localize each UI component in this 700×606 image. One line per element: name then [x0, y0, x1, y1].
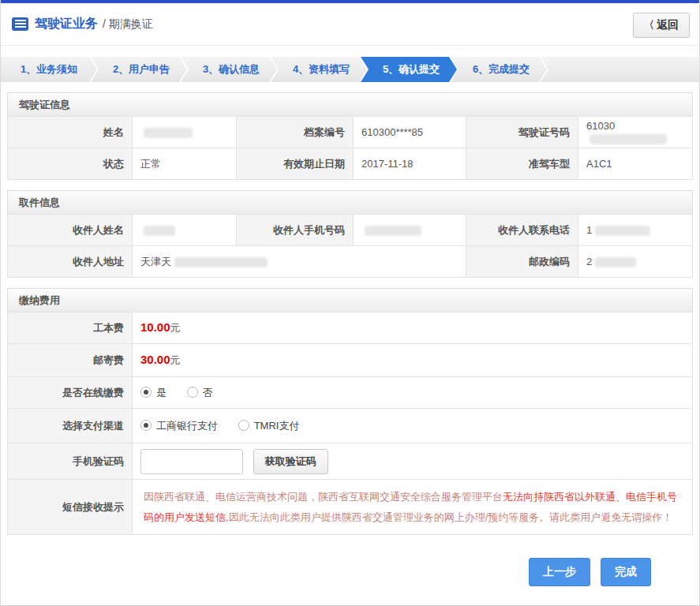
- recipient-address-visible: 天津天: [140, 256, 171, 267]
- postal-code-value: 2: [578, 246, 693, 278]
- radio-online-yes[interactable]: [140, 387, 152, 398]
- recipient-phone-visible: 1: [586, 224, 592, 236]
- done-button[interactable]: 完成: [601, 558, 651, 586]
- censored-value: [365, 226, 421, 236]
- postage-fee-label: 邮寄费: [8, 344, 133, 377]
- step-3-confirm-info[interactable]: 3、确认信息: [181, 57, 277, 82]
- sms-code-label: 手机验证码: [8, 443, 133, 480]
- step-wizard: 1、业务须知 2、用户申告 3、确认信息 4、资料填写 5、确认提交 6、完成提…: [1, 57, 699, 82]
- license-info-table: 姓名 档案编号 610300****85 驾驶证号码 61030 状态 正常 有…: [7, 116, 693, 180]
- postage-fee-value: 30.00元: [133, 344, 693, 377]
- censored-value: [595, 257, 636, 267]
- sms-code-input[interactable]: [140, 449, 243, 474]
- expiry-label: 有效期止日期: [237, 148, 354, 180]
- table-row: 是否在线缴费 是 否: [8, 377, 693, 409]
- page-title: 驾驶证业务: [35, 16, 98, 32]
- recipient-phone-label: 收件人联系电话: [466, 215, 578, 246]
- table-row: 收件人姓名 收件人手机号码 收件人联系电话 1: [8, 215, 693, 246]
- status-value: 正常: [133, 148, 237, 180]
- table-row: 姓名 档案编号 610300****85 驾驶证号码 61030: [8, 117, 693, 148]
- postage-fee-unit: 元: [170, 354, 181, 366]
- back-button-label: 返回: [657, 18, 679, 31]
- previous-step-button[interactable]: 上一步: [529, 558, 590, 586]
- recipient-address-value: 天津天: [133, 246, 466, 278]
- step-1-business-notes[interactable]: 1、业务须知: [1, 57, 97, 82]
- list-icon: [12, 17, 28, 31]
- recipient-phone-value: 1: [578, 215, 693, 246]
- notice-part-3: 因此无法向此类用户提供陕西省交通管理业务的网上办理/预约等服务。请此类用户避免无…: [229, 511, 673, 523]
- fees-table: 工本费 10.00元 邮寄费 30.00元 是否在线缴费 是 否 选择支付渠道 …: [7, 312, 693, 535]
- pay-channel-label: 选择支付渠道: [8, 409, 133, 443]
- postal-code-label: 邮政编码: [466, 246, 578, 278]
- censored-value: [590, 134, 667, 144]
- pickup-section-title: 取件信息: [7, 190, 693, 214]
- radio-channel-icbc[interactable]: [140, 420, 152, 431]
- recipient-mobile-label: 收件人手机号码: [237, 215, 354, 246]
- step-bar-filler: [541, 57, 699, 82]
- recipient-name-value: [133, 215, 237, 246]
- cost-fee-value: 10.00元: [133, 312, 693, 344]
- license-no-visible: 61030: [586, 120, 615, 132]
- name-label: 姓名: [8, 117, 133, 148]
- radio-online-yes-label[interactable]: 是: [156, 387, 167, 398]
- cost-fee-label: 工本费: [8, 312, 133, 344]
- name-value: [133, 117, 237, 148]
- pay-channel-options: 工商银行支付 TMRI支付: [133, 409, 693, 443]
- recipient-name-label: 收件人姓名: [8, 215, 133, 246]
- fees-section: 缴纳费用 工本费 10.00元 邮寄费 30.00元 是否在线缴费 是 否 选择…: [7, 288, 693, 535]
- sms-code-field-cell: 获取验证码: [133, 443, 693, 480]
- sms-notice-label: 短信接收提示: [8, 480, 133, 535]
- step-4-fill-data[interactable]: 4、资料填写: [271, 57, 367, 82]
- pickup-info-section: 取件信息 收件人姓名 收件人手机号码 收件人联系电话 1 收件人地址 天津天 邮…: [7, 190, 693, 278]
- online-pay-label: 是否在线缴费: [8, 377, 133, 409]
- step-2-user-declaration[interactable]: 2、用户申告: [91, 57, 187, 82]
- online-pay-options: 是 否: [133, 377, 693, 409]
- radio-channel-tmri[interactable]: [238, 420, 249, 431]
- recipient-mobile-value: [354, 215, 466, 246]
- vehicle-class-label: 准驾车型: [466, 148, 578, 180]
- step-6-finish-submit[interactable]: 6、完成提交: [451, 57, 547, 82]
- step-5-confirm-submit[interactable]: 5、确认提交: [361, 57, 457, 82]
- file-no-label: 档案编号: [237, 117, 354, 148]
- censored-value: [174, 257, 268, 267]
- table-row: 手机验证码 获取验证码: [8, 443, 693, 480]
- chevron-left-icon: 〈: [644, 19, 654, 31]
- expiry-value: 2017-11-18: [354, 148, 466, 180]
- pickup-info-table: 收件人姓名 收件人手机号码 收件人联系电话 1 收件人地址 天津天 邮政编码 2: [7, 214, 693, 278]
- get-code-button[interactable]: 获取验证码: [253, 449, 328, 474]
- radio-online-no-label[interactable]: 否: [203, 387, 213, 398]
- postage-fee-amount: 30.00: [140, 353, 170, 366]
- table-row: 收件人地址 天津天 邮政编码 2: [8, 246, 693, 278]
- radio-online-no[interactable]: [187, 387, 198, 398]
- license-section-title: 驾驶证信息: [7, 92, 693, 116]
- postal-code-visible: 2: [586, 256, 592, 267]
- cost-fee-unit: 元: [170, 322, 181, 334]
- license-no-label: 驾驶证号码: [466, 117, 578, 148]
- radio-channel-icbc-label[interactable]: 工商银行支付: [156, 420, 218, 432]
- breadcrumb: / 期满换证: [103, 17, 153, 32]
- header: 驾驶证业务 / 期满换证 〈返回: [1, 3, 699, 46]
- back-button[interactable]: 〈返回: [633, 13, 690, 38]
- vehicle-class-value: A1C1: [578, 148, 693, 180]
- sms-notice-text: 因陕西省联通、电信运营商技术问题，陕西省互联网交通安全综合服务管理平台无法向持陕…: [133, 480, 693, 535]
- notice-part-1: 因陕西省联通、电信运营商技术问题，陕西省互联网交通安全综合服务管理平台: [144, 491, 503, 503]
- license-no-value: 61030: [578, 117, 693, 148]
- table-row: 邮寄费 30.00元: [8, 344, 693, 377]
- censored-value: [144, 226, 175, 236]
- recipient-address-label: 收件人地址: [8, 246, 133, 278]
- censored-value: [595, 226, 650, 236]
- footer-actions: 上一步 完成: [1, 558, 699, 586]
- table-row: 工本费 10.00元: [8, 312, 693, 344]
- table-row: 短信接收提示 因陕西省联通、电信运营商技术问题，陕西省互联网交通安全综合服务管理…: [8, 480, 693, 535]
- page: 驾驶证业务 / 期满换证 〈返回 1、业务须知 2、用户申告 3、确认信息 4、…: [0, 0, 700, 606]
- license-info-section: 驾驶证信息 姓名 档案编号 610300****85 驾驶证号码 61030 状…: [7, 92, 693, 180]
- file-no-value: 610300****85: [354, 117, 466, 148]
- status-label: 状态: [8, 148, 133, 180]
- cost-fee-amount: 10.00: [140, 320, 170, 334]
- table-row: 状态 正常 有效期止日期 2017-11-18 准驾车型 A1C1: [8, 148, 693, 180]
- censored-value: [144, 128, 193, 138]
- table-row: 选择支付渠道 工商银行支付 TMRI支付: [8, 409, 693, 443]
- fees-section-title: 缴纳费用: [7, 288, 693, 312]
- radio-channel-tmri-label[interactable]: TMRI支付: [254, 420, 300, 432]
